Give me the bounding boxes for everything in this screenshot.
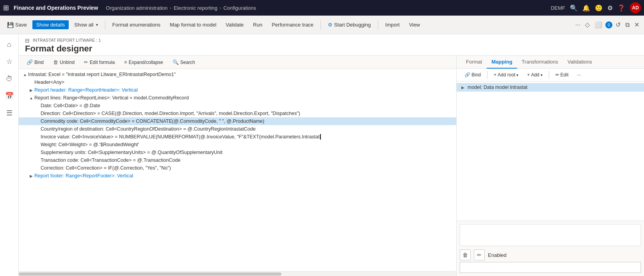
tree-item[interactable]: Weight: Cell<Weight> = @.'$RoundedWeight… (19, 141, 456, 149)
tree-item[interactable]: Transaction code: Cell<TransactionCode> … (19, 156, 456, 164)
sidebar-star-icon[interactable]: ☆ (2, 55, 16, 69)
refresh-icon[interactable]: ↺ (614, 21, 622, 28)
split-icon[interactable]: ⬜ (593, 21, 604, 28)
right-toolbar-sep2 (549, 71, 549, 79)
right-bottom-toolbar: 🗑 ✏ Enabled (460, 249, 641, 260)
gear-icon[interactable]: ⚙ (607, 4, 613, 12)
tree-item[interactable]: Country/region of destination: Cell<Coun… (19, 125, 456, 133)
tree-item[interactable]: Header<Any> (19, 78, 456, 86)
tree-item[interactable]: Date: Cell<Date> = @.Date (19, 102, 456, 110)
breadcrumb-configurations[interactable]: Configurations (223, 5, 256, 11)
model-toggle-icon: ▶ (461, 85, 468, 90)
right-link-icon: 🔗 (464, 72, 470, 78)
item-text: Header<Any> (34, 80, 453, 85)
enabled-input[interactable] (460, 262, 641, 273)
bind-button[interactable]: 🔗 Bind (23, 58, 47, 66)
item-text: Date: Cell<Date> = @.Date (41, 103, 453, 108)
bell-icon[interactable]: 🔔 (582, 4, 590, 12)
restore-icon[interactable]: ⧉ (624, 21, 631, 28)
search-button[interactable]: 🔍 Search (169, 58, 198, 66)
item-text: Report lines: Range<ReportLines>: Vertic… (34, 95, 453, 101)
toggle-icon (28, 80, 34, 85)
toggle-icon: ▶ (28, 88, 34, 92)
sidebar-home-icon[interactable]: ⌂ (2, 37, 16, 51)
more-options-icon[interactable]: ··· (574, 21, 582, 28)
item-text: Direction: Cell<Direction> = CASE(@.Dire… (41, 111, 453, 116)
breadcrumb-org[interactable]: Organization administration (106, 5, 167, 11)
sidebar-recent-icon[interactable]: ⏱ (2, 72, 16, 86)
tree-item[interactable]: Direction: Cell<Direction> = CASE(@.Dire… (19, 110, 456, 117)
toolbar-separator-3 (378, 20, 378, 30)
link-icon: 🔗 (27, 59, 33, 65)
breadcrumb-electronic[interactable]: Electronic reporting (174, 5, 217, 11)
expand-collapse-button[interactable]: ≡ Expand/collapse (121, 58, 166, 66)
tree-item[interactable]: ▲ Report lines: Range<ReportLines>: Vert… (19, 94, 456, 102)
right-panel: Format Mapping Transformations Validatio… (457, 56, 644, 276)
sidebar-calendar-icon[interactable]: 📅 (2, 89, 16, 103)
format-enumerations-button[interactable]: Format enumerations (109, 20, 165, 29)
filter-icon[interactable]: ⊟ (25, 37, 30, 44)
edit-formula-button[interactable]: ✏ Edit formula (81, 58, 118, 66)
show-all-button[interactable]: Show all (70, 20, 101, 29)
scrollbar-thumb (19, 272, 281, 276)
edit-formula-bottom-button[interactable]: ✏ (474, 249, 485, 260)
import-button[interactable]: Import (381, 20, 404, 29)
toggle-icon: ▲ (28, 96, 34, 100)
sidebar-list-icon[interactable]: ☰ (2, 106, 16, 120)
formula-input[interactable] (460, 224, 641, 246)
tree-panel: 🔗 Bind 🗑 Unbind ✏ Edit formula ≡ Expand/… (19, 56, 457, 276)
performance-trace-button[interactable]: Performance trace (268, 20, 317, 29)
right-toolbar-sep1 (487, 71, 487, 79)
save-button[interactable]: 💾 Save (3, 20, 31, 30)
right-bind-button[interactable]: 🔗 Bind (461, 71, 484, 79)
tab-validations[interactable]: Validations (563, 56, 597, 69)
tab-transformations[interactable]: Transformations (517, 56, 563, 69)
toggle-icon: ▲ (22, 73, 28, 77)
tab-format[interactable]: Format (461, 56, 487, 69)
view-button[interactable]: View (405, 20, 424, 29)
toggle-icon (34, 127, 41, 131)
pencil-formula-icon: ✏ (477, 252, 482, 258)
add-root-button[interactable]: + Add root (491, 71, 521, 79)
run-button[interactable]: Run (249, 20, 266, 29)
tree-item[interactable]: ▶ Report header: Range<ReportHeader>: Ve… (19, 86, 456, 94)
unbind-button[interactable]: 🗑 Unbind (50, 58, 78, 66)
demf-label: DEMF (551, 5, 565, 11)
toggle-icon (34, 158, 41, 163)
tab-mapping[interactable]: Mapping (487, 56, 517, 69)
user-avatar[interactable]: AD (630, 2, 641, 13)
tree-item[interactable]: Invoice value: Cell<InvoiceValue> = NUMB… (19, 133, 456, 141)
item-text: Intrastat: Excel = "Intrastat report Lit… (28, 72, 453, 77)
edit-pencil-icon: ✏ (555, 72, 559, 78)
tree-toolbar: 🔗 Bind 🗑 Unbind ✏ Edit formula ≡ Expand/… (19, 56, 456, 69)
toggle-icon (34, 166, 41, 170)
model-tree-item[interactable]: ▶ model: Data model Intrastat (457, 83, 644, 92)
right-more-button[interactable]: ··· (574, 71, 584, 79)
app-title: Finance and Operations Preview (14, 5, 98, 11)
grid-icon[interactable]: ⊞ (3, 4, 9, 12)
smile-icon[interactable]: 🙂 (595, 4, 603, 12)
pencil-icon: ✏ (84, 59, 88, 65)
close-icon[interactable]: ✕ (633, 21, 641, 28)
tree-item[interactable]: ▶ Report footer: Range<ReportFooter>: Ve… (19, 172, 456, 180)
add-button[interactable]: + Add (524, 71, 545, 79)
item-text: Weight: Cell<Weight> = @.'$RoundedWeight… (41, 142, 453, 147)
right-edit-button[interactable]: ✏ Edit (552, 71, 572, 79)
start-debugging-button[interactable]: ⚙ Start Debugging (324, 20, 375, 29)
search-icon[interactable]: 🔍 (570, 4, 578, 12)
tree-item[interactable]: Supplementary units: Cell<SupplementaryU… (19, 149, 456, 156)
diamond-icon[interactable]: ◇ (584, 21, 591, 28)
tree-content[interactable]: ▲ Intrastat: Excel = "Intrastat report L… (19, 69, 456, 271)
horizontal-scrollbar[interactable] (19, 271, 456, 276)
show-details-button[interactable]: Show details (32, 20, 69, 29)
validate-button[interactable]: Validate (222, 20, 247, 29)
delete-formula-button[interactable]: 🗑 (460, 249, 471, 260)
right-content[interactable]: ▶ model: Data model Intrastat (457, 81, 644, 221)
tree-item[interactable]: ▲ Intrastat: Excel = "Intrastat report L… (19, 71, 456, 78)
help-icon[interactable]: ❓ (617, 4, 625, 12)
map-format-button[interactable]: Map format to model (166, 20, 220, 29)
tree-item[interactable]: Correction: Cell<Correction> = IF(@.Corr… (19, 164, 456, 172)
tree-item[interactable]: Commodity code: Cell<CommodityCode> = CO… (19, 117, 456, 125)
model-item-text: model: Data model Intrastat (468, 85, 528, 90)
designer-area: 🔗 Bind 🗑 Unbind ✏ Edit formula ≡ Expand/… (19, 56, 644, 276)
